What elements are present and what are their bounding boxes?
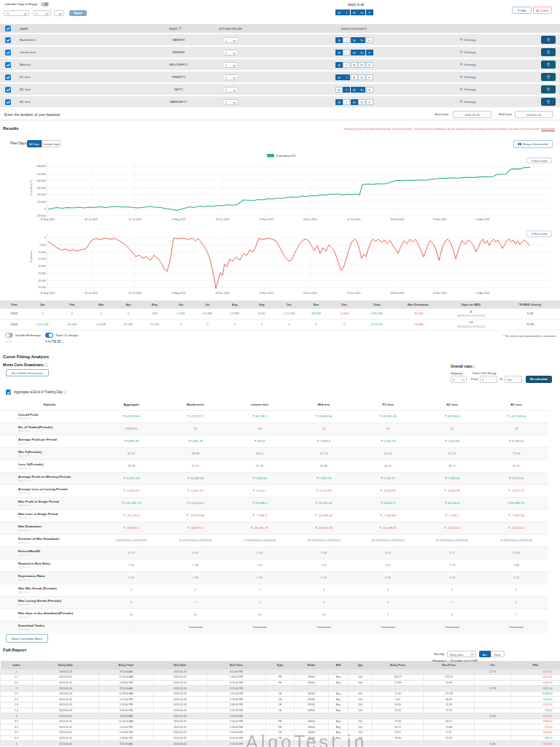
svg-text:300,000: 300,000 [37, 187, 46, 190]
svg-text:26 May 2023: 26 May 2023 [40, 218, 55, 221]
svg-text:27 Jul 2023: 27 Jul 2023 [128, 292, 141, 295]
svg-text:19 Nov 2023: 19 Nov 2023 [259, 292, 273, 295]
svg-text:08 Feb 2024: 08 Feb 2024 [390, 292, 404, 295]
svg-text:08 Feb 2024: 08 Feb 2024 [390, 218, 404, 221]
svg-text:Drawdown: Drawdown [30, 251, 33, 263]
svg-text:26 May 2023: 26 May 2023 [40, 292, 55, 295]
svg-text:03 Jul 2023: 03 Jul 2023 [85, 292, 98, 295]
svg-text:-100,000: -100,000 [36, 214, 46, 217]
svg-text:13 Dec 2023: 13 Dec 2023 [303, 218, 316, 221]
svg-text:11 Mar 2024: 11 Mar 2024 [433, 218, 447, 221]
svg-text:19 Nov 2023: 19 Nov 2023 [259, 218, 273, 221]
svg-text:600,000: 600,000 [37, 165, 46, 168]
svg-text:-25,000: -25,000 [38, 272, 47, 275]
svg-text:-5,000: -5,000 [39, 244, 46, 247]
svg-text:12 Jan 2024: 12 Jan 2024 [347, 292, 361, 295]
svg-text:17 Aug 2023: 17 Aug 2023 [171, 292, 185, 295]
svg-text:-10,000: -10,000 [38, 251, 47, 254]
svg-text:500,000: 500,000 [37, 173, 46, 176]
svg-text:0: 0 [44, 208, 46, 211]
svg-text:200,000: 200,000 [37, 193, 46, 196]
svg-text:17 Aug 2023: 17 Aug 2023 [171, 218, 185, 221]
svg-text:-35,000: -35,000 [38, 286, 47, 289]
svg-text:Cumulative P/L: Cumulative P/L [276, 154, 297, 158]
svg-text:12 Apr 2024: 12 Apr 2024 [476, 218, 489, 221]
svg-text:11 Mar 2024: 11 Mar 2024 [433, 292, 447, 295]
svg-text:100,000: 100,000 [37, 201, 46, 204]
svg-text:-15,000: -15,000 [38, 258, 47, 260]
svg-text:Cumulative P/L: Cumulative P/L [30, 179, 33, 196]
svg-text:03 Jul 2023: 03 Jul 2023 [85, 218, 98, 221]
svg-text:-20,000: -20,000 [38, 265, 47, 268]
svg-text:18 Oct 2023: 18 Oct 2023 [216, 292, 230, 295]
svg-text:400,000: 400,000 [37, 179, 46, 182]
svg-text:-30,000: -30,000 [38, 279, 47, 282]
svg-text:12 Apr 2024: 12 Apr 2024 [476, 292, 489, 295]
svg-text:18 Oct 2023: 18 Oct 2023 [216, 218, 230, 221]
svg-text:12 Jan 2024: 12 Jan 2024 [347, 218, 361, 221]
svg-text:0: 0 [44, 236, 46, 239]
svg-text:27 Jul 2023: 27 Jul 2023 [128, 218, 141, 221]
svg-text:13 Dec 2023: 13 Dec 2023 [303, 292, 316, 295]
